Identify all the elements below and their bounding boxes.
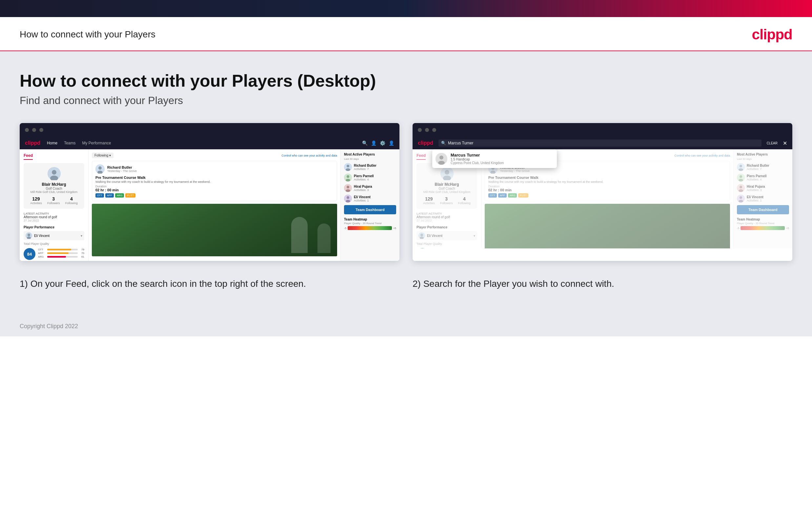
svg-point-1 — [52, 170, 56, 175]
nav-teams[interactable]: Teams — [64, 141, 76, 145]
svg-point-40 — [739, 196, 742, 199]
svg-point-41 — [738, 200, 743, 203]
active-players-title: Most Active Players — [344, 153, 396, 156]
svg-point-35 — [738, 179, 743, 181]
app-content-1: Feed Bl — [20, 149, 399, 261]
profile-card-2: Blair McHarg Golf Coach Mill Ride Golf C… — [417, 163, 477, 209]
player-avatar-mini — [26, 232, 32, 239]
browser-chrome-2 — [413, 123, 792, 137]
hero-title: How to connect with your Players (Deskto… — [20, 71, 792, 91]
svg-point-34 — [739, 175, 742, 178]
description-1: 1) On your Feed, click on the search ico… — [20, 277, 399, 290]
search-result-dropdown: Marcus Turner 1.5 Handicap Cypress Point… — [432, 149, 557, 168]
clippd-app-2: clippd 🔍 Marcus Turner CLEAR ✕ Feed — [413, 137, 792, 261]
act-duration: 02 hr : 00 min — [95, 188, 334, 192]
right-panel: Most Active Players Last 30 days Richard… — [340, 149, 399, 261]
search-icon[interactable]: 🔍 — [362, 140, 368, 146]
act-tags: OTT APP ARG PUTT — [95, 193, 334, 198]
clear-button[interactable]: CLEAR — [767, 141, 777, 145]
pr-avatar-1 — [344, 163, 352, 171]
nav-my-performance[interactable]: My Performance — [82, 141, 111, 145]
bar-app: APP 70 — [38, 252, 84, 255]
close-search-button[interactable]: ✕ — [783, 140, 787, 146]
act-avatar — [95, 164, 105, 174]
svg-point-32 — [738, 168, 743, 171]
hero-section: How to connect with your Players (Deskto… — [20, 71, 792, 107]
player-row-1: Richard Butler Activities: 7 — [344, 163, 396, 171]
stat-following: 4 Following — [65, 196, 78, 205]
profile-club: Mill Ride Golf Club, United Kingdom — [28, 190, 80, 194]
player-performance-title: Player Performance — [23, 225, 84, 229]
heatmap-title: Team Heatmap — [344, 218, 396, 221]
app-logo-mini: clippd — [25, 140, 40, 146]
profile-role: Golf Coach — [28, 187, 80, 190]
settings-icon[interactable]: ⚙️ — [380, 140, 385, 146]
tag-app: APP — [105, 193, 114, 198]
feed-tab-2: Feed — [417, 153, 426, 160]
player-row-2: Piers Parnell Activities: 4 — [344, 174, 396, 181]
page-title: How to connect with your Players — [20, 29, 155, 40]
nav-icons: 🔍 👤 ⚙️ 👤 — [362, 140, 394, 146]
act-user-meta: Yesterday - The Grove — [107, 169, 137, 173]
browser-dot-yellow-2 — [425, 128, 429, 132]
quality-circle: 84 — [23, 248, 36, 260]
bar-ott: OTT 79 — [38, 248, 84, 251]
search-result-club: Cypress Point Club, United Kingdom — [450, 161, 504, 165]
svg-point-20 — [346, 200, 350, 203]
search-result-user[interactable]: Marcus Turner 1.5 Handicap Cypress Point… — [435, 153, 554, 165]
team-dashboard-button[interactable]: Team Dashboard — [344, 205, 396, 214]
search-result-handicap: 1.5 Handicap — [450, 158, 504, 161]
profile-avatar-2 — [440, 167, 453, 180]
act-duration-label: Duration — [95, 185, 334, 188]
screenshots-grid: clippd Home Teams My Performance 🔍 👤 ⚙️ … — [20, 123, 792, 261]
svg-point-31 — [739, 165, 742, 167]
feed-tab[interactable]: Feed — [23, 153, 33, 160]
player-row-3: Hiral Pujara Activities: 3 — [344, 184, 396, 192]
svg-point-14 — [346, 179, 350, 181]
tag-ott: OTT — [95, 193, 104, 198]
description-2: 2) Search for the Player you wish to con… — [413, 277, 792, 290]
profile-stats: 129 Activities 3 Followers 4 Following — [28, 196, 80, 205]
svg-point-10 — [347, 165, 349, 167]
bar-arg: ARG 61 — [38, 255, 84, 258]
browser-dot-green-2 — [432, 128, 436, 132]
quality-bars: OTT 79 APP — [38, 248, 84, 259]
following-dropdown[interactable]: Following ▾ — [92, 153, 113, 158]
svg-point-17 — [346, 189, 350, 192]
stat-followers: 3 Followers — [47, 196, 60, 205]
heatmap-section: Team Heatmap Player Quality - 20 Round T… — [344, 218, 396, 230]
player-row-4: Eli Vincent Activities: 1 — [344, 195, 396, 203]
pr-avatar-3 — [344, 184, 352, 192]
search-query[interactable]: Marcus Turner — [448, 141, 473, 145]
act-title: Pre Tournament Course Walk — [95, 176, 334, 179]
act-desc: Walking the course with my coach to buil… — [95, 180, 334, 183]
profile-avatar — [48, 167, 61, 180]
stat-activities: 129 Activities — [30, 196, 42, 205]
svg-point-43 — [439, 156, 443, 160]
svg-point-11 — [346, 168, 350, 171]
search-icon-active: 🔍 — [441, 141, 446, 145]
svg-point-38 — [738, 189, 743, 192]
browser-dot-red-2 — [418, 128, 422, 132]
nav-home[interactable]: Home — [47, 141, 57, 145]
clippd-app-1: clippd Home Teams My Performance 🔍 👤 ⚙️ … — [20, 137, 399, 261]
header: How to connect with your Players clippd — [0, 17, 812, 51]
left-panel: Feed Bl — [20, 149, 89, 261]
svg-point-44 — [438, 161, 445, 165]
player-select[interactable]: Eli Vincent ▾ — [23, 231, 84, 240]
svg-point-4 — [28, 234, 30, 236]
clippd-logo: clippd — [752, 26, 792, 43]
profile-name: Blair McHarg — [28, 182, 80, 187]
heatmap-sub: Player Quality - 20 Round Trend — [344, 222, 396, 225]
avatar-icon[interactable]: 👤 — [389, 140, 394, 146]
pr-avatar-4 — [344, 195, 352, 203]
search-result-name: Marcus Turner — [450, 153, 504, 158]
user-icon[interactable]: 👤 — [371, 140, 377, 146]
tag-putt: PUTT — [125, 193, 135, 198]
player-performance-section: Player Performance Eli Vincent — [23, 225, 84, 260]
quality-label: Total Player Quality — [23, 242, 84, 246]
copyright-text: Copyright Clippd 2022 — [20, 323, 78, 330]
pr-avatar-2 — [344, 174, 352, 181]
control-link[interactable]: Control who can see your activity and da… — [281, 154, 337, 157]
svg-point-16 — [347, 186, 349, 188]
